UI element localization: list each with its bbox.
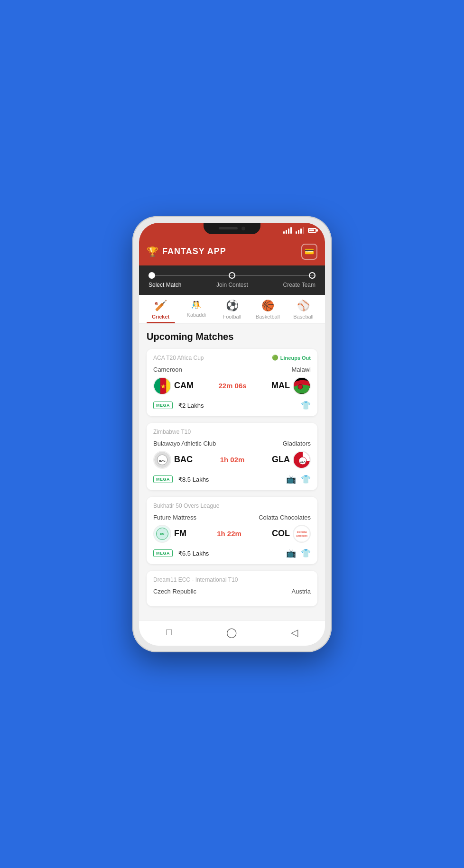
match-card-header-3: Bukhatir 50 Overs League [153, 503, 311, 509]
tv-icon-3[interactable]: 📺 [286, 548, 296, 558]
tab-football[interactable]: ⚽ Football [214, 295, 250, 323]
match-card-2[interactable]: Zimbabwe T10 Bulawayo Athletic Club Glad… [147, 423, 317, 490]
step-label-2: Join Contest [216, 282, 248, 288]
cricket-label: Cricket [152, 314, 169, 320]
match-timer-3: 1h 22m [217, 530, 241, 538]
jersey-icon-1[interactable]: 👕 [301, 401, 311, 411]
cricket-icon: 🏏 [154, 300, 167, 312]
match-league-3: Bukhatir 50 Overs League [153, 503, 219, 509]
mega-badge-1: MEGA [153, 402, 173, 409]
prize-area-3: MEGA ₹6.5 Lakhs [153, 549, 209, 557]
baseball-icon: ⚾ [297, 300, 310, 312]
teams-name-row-1: Cameroon Malawi [153, 366, 311, 373]
team1-name-4: Czech Republic [153, 588, 196, 595]
prize-amount-3: ₹6.5 Lakhs [178, 550, 209, 557]
football-icon: ⚽ [226, 300, 239, 312]
lineups-text-1: Lineups Out [280, 355, 311, 361]
team-code-col: COL [272, 529, 290, 539]
section-title: Upcoming Matches [147, 331, 317, 342]
kabaddi-icon: 🤼 [191, 300, 202, 310]
nav-circle-button[interactable]: ◯ [226, 627, 237, 638]
svg-point-4 [298, 384, 303, 389]
status-bar [139, 223, 325, 238]
match-card-header-4: Dream11 ECC - International T10 [153, 576, 311, 583]
step-dot-3 [309, 272, 316, 279]
tab-baseball[interactable]: ⚾ Baseball [286, 295, 321, 323]
jersey-icon-3[interactable]: 👕 [301, 548, 311, 558]
match-footer-2: MEGA ₹8.5 Lakhs 📺 👕 [153, 475, 311, 484]
team-left-1: CAM [153, 377, 194, 395]
step-label-1: Select Match [148, 282, 181, 288]
tab-basketball[interactable]: 🏀 Basketball [250, 295, 286, 323]
tab-kabaddi[interactable]: 🤼 Kabaddi [178, 295, 214, 323]
team-code-fm: FM [174, 529, 186, 539]
team1-name-2: Bulawayo Athletic Club [153, 440, 216, 447]
app-title-area: 🏆 FANTASY APP [147, 246, 226, 257]
tab-cricket[interactable]: 🏏 Cricket [143, 295, 178, 323]
team1-name-1: Cameroon [153, 366, 182, 373]
footer-icons-2: 📺 👕 [286, 475, 311, 484]
mega-badge-2: MEGA [153, 475, 173, 483]
main-content: Upcoming Matches ACA T20 Africa Cup 🟢 Li… [139, 324, 325, 621]
svg-text:Colatta: Colatta [297, 530, 307, 533]
step-dot-1 [148, 272, 155, 279]
sport-tabs: 🏏 Cricket 🤼 Kabaddi ⚽ Football 🏀 Basketb… [139, 295, 325, 324]
lineups-badge-1: 🟢 Lineups Out [272, 355, 311, 361]
wallet-icon: 💳 [305, 247, 314, 256]
flag-gla: GLA [293, 451, 311, 469]
team1-name-3: Future Mattress [153, 514, 196, 521]
kabaddi-label: Kabaddi [187, 312, 206, 318]
baseball-label: Baseball [293, 314, 313, 320]
match-timer-2: 1h 02m [220, 456, 245, 464]
match-teams-row-1: CAM 22m 06s MAL [153, 377, 311, 395]
nav-back-button[interactable]: ◁ [291, 627, 298, 638]
team2-name-4: Austria [292, 588, 311, 595]
svg-point-14 [294, 526, 310, 542]
mal-flag-svg [294, 378, 311, 395]
match-card-header-1: ACA T20 Africa Cup 🟢 Lineups Out [153, 355, 311, 361]
match-card-header-2: Zimbabwe T10 [153, 429, 311, 435]
mega-badge-3: MEGA [153, 549, 173, 557]
cam-flag-svg [154, 378, 171, 395]
speaker [219, 227, 238, 229]
match-timer-1: 22m 06s [218, 382, 246, 390]
fm-flag-svg: FM [154, 525, 170, 543]
match-card-3[interactable]: Bukhatir 50 Overs League Future Mattress… [147, 497, 317, 564]
match-card-4[interactable]: Dream11 ECC - International T10 Czech Re… [147, 571, 317, 606]
team2-name-3: Colatta Chocolates [259, 514, 311, 521]
svg-text:Chocolates: Chocolates [296, 535, 308, 537]
flag-bac: BAC [153, 451, 171, 469]
jersey-icon-2[interactable]: 👕 [301, 475, 311, 484]
team2-name-1: Malawi [292, 366, 311, 373]
app-header: 🏆 FANTASY APP 💳 [139, 238, 325, 265]
footer-icons-3: 📺 👕 [286, 548, 311, 558]
match-league-4: Dream11 ECC - International T10 [153, 576, 238, 583]
flag-col: Colatta Chocolates [293, 525, 311, 543]
team-code-gla: GLA [272, 455, 290, 465]
wallet-button[interactable]: 💳 [301, 244, 317, 260]
lineups-icon: 🟢 [272, 355, 278, 361]
match-league-2: Zimbabwe T10 [153, 429, 191, 435]
tv-icon-2[interactable]: 📺 [286, 475, 296, 484]
progress-section: Select Match Join Contest Create Team [139, 265, 325, 295]
svg-text:GLA: GLA [300, 460, 306, 463]
prize-area-1: MEGA ₹2 Lakhs [153, 402, 204, 409]
flag-mal [293, 377, 311, 395]
status-icons [283, 227, 316, 234]
flag-fm: FM [153, 525, 171, 543]
football-label: Football [223, 314, 241, 320]
team2-name-2: Gladiators [283, 440, 311, 447]
prize-area-2: MEGA ₹8.5 Lakhs [153, 475, 209, 483]
nav-square-button[interactable]: □ [166, 627, 172, 638]
teams-name-row-3: Future Mattress Colatta Chocolates [153, 514, 311, 521]
svg-text:BAC: BAC [159, 458, 166, 462]
match-league-1: ACA T20 Africa Cup [153, 355, 204, 361]
battery-icon [308, 228, 316, 233]
bac-flag-svg: BAC [154, 451, 170, 469]
signal-icon-2 [296, 227, 304, 234]
svg-text:FM: FM [160, 532, 164, 535]
gla-flag-svg: GLA [294, 452, 311, 469]
team-code-bac: BAC [174, 455, 193, 465]
match-card-1[interactable]: ACA T20 Africa Cup 🟢 Lineups Out Cameroo… [147, 349, 317, 416]
team-left-2: BAC BAC [153, 451, 193, 469]
